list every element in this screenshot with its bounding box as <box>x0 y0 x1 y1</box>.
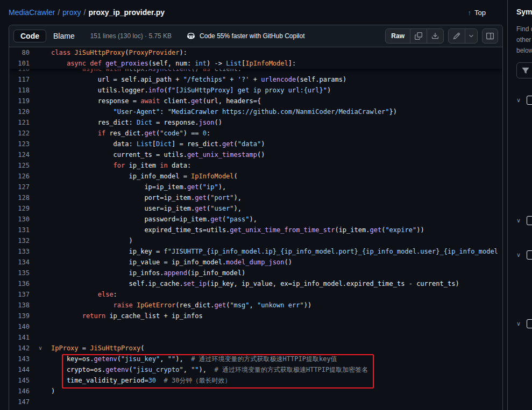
edit-button[interactable] <box>449 29 465 43</box>
line-number[interactable]: 124 <box>9 149 30 160</box>
copy-button[interactable] <box>410 29 427 43</box>
line-number[interactable]: 119 <box>9 96 30 106</box>
line-number[interactable]: 126 <box>9 171 30 182</box>
fold-gutter <box>30 375 51 386</box>
fold-gutter <box>30 311 51 321</box>
breadcrumb-repo-link[interactable]: MediaCrawler <box>9 8 55 17</box>
filter-symbols-input[interactable] <box>516 62 532 78</box>
fold-gutter <box>30 332 51 343</box>
line-number[interactable]: 121 <box>9 117 30 128</box>
line-number[interactable]: 142 <box>9 343 30 354</box>
fold-gutter <box>30 96 51 106</box>
code-line: 129 user=ip_item.get("user"), <box>9 203 502 214</box>
code-line: 147 <box>9 397 502 407</box>
line-number[interactable]: 130 <box>9 214 30 225</box>
line-number[interactable]: 138 <box>9 300 30 311</box>
code-text: utils.logger.info(f"[JiSuHttpProxy] get … <box>51 85 331 96</box>
fold-gutter <box>30 364 51 375</box>
tab-blame[interactable]: Blame <box>46 30 82 42</box>
code-line: 131 expired_time_ts=utils.get_unix_time_… <box>9 225 502 235</box>
code-line: 120 "User-Agent": "MediaCrawler https://… <box>9 106 502 117</box>
code-line: 126 ip_info_model = IpInfoModel( <box>9 171 502 182</box>
line-number[interactable]: 101 <box>9 58 30 69</box>
code-text: key=os.getenv("jisu_key", ""), # 通过环境变量的… <box>51 354 337 364</box>
file-view: Code Blame 151 lines (130 loc) · 5.75 KB… <box>9 25 503 410</box>
code-line: 133 ip_key = f"JISUHTTP_{ip_info_model.i… <box>9 246 502 257</box>
code-line: 139 return ip_cache_list + ip_infos <box>9 311 502 321</box>
code-text: for ip_item in data: <box>51 160 191 171</box>
symbol-tree-row[interactable]: ∨ <box>516 216 532 225</box>
code-line: 143 key=os.getenv("jisu_key", ""), # 通过环… <box>9 354 502 364</box>
chevron-down-icon: ∨ <box>516 97 521 104</box>
symbol-label-fragment <box>527 96 532 105</box>
code-line: 146) <box>9 386 502 397</box>
code-text: class JiSuHttpProxy(ProxyProvider): <box>51 47 187 58</box>
breadcrumb-folder-link[interactable]: proxy <box>62 8 81 17</box>
symbols-toggle-button[interactable] <box>482 28 498 44</box>
line-number[interactable]: 146 <box>9 386 30 397</box>
line-number[interactable]: 128 <box>9 192 30 203</box>
tab-code[interactable]: Code <box>13 30 46 42</box>
raw-button[interactable]: Raw <box>386 29 410 43</box>
line-number[interactable]: 117 <box>9 74 30 85</box>
fold-chevron-icon[interactable]: ∨ <box>30 343 51 354</box>
code-blame-switcher: Code Blame <box>13 30 82 42</box>
back-to-top-button[interactable]: ↑ Top <box>468 9 486 17</box>
line-number[interactable]: 141 <box>9 332 30 343</box>
line-number[interactable]: 131 <box>9 225 30 235</box>
chevron-down-icon: ∨ <box>516 217 521 224</box>
code-text: "User-Agent": "MediaCrawler https://gith… <box>51 106 397 117</box>
line-number[interactable]: 132 <box>9 235 30 246</box>
line-number[interactable]: 140 <box>9 321 30 332</box>
line-number[interactable]: 129 <box>9 203 30 214</box>
line-number[interactable]: 127 <box>9 182 30 192</box>
line-number[interactable]: 134 <box>9 257 30 268</box>
code-line: 144 crypto=os.getenv("jisu_crypto", ""),… <box>9 364 502 375</box>
code-text: ip_value = ip_info_model.model_dump_json… <box>51 257 292 268</box>
line-number[interactable]: 123 <box>9 139 30 149</box>
line-number[interactable]: 143 <box>9 354 30 364</box>
copilot-banner: Code 55% faster with GitHub Copilot <box>187 32 304 40</box>
line-number[interactable]: 120 <box>9 106 30 117</box>
filter-icon <box>522 67 529 74</box>
toolbar-actions: Raw <box>385 28 498 44</box>
file-toolbar: Code Blame 151 lines (130 loc) · 5.75 KB… <box>9 25 502 47</box>
code-line: 141 <box>9 332 502 343</box>
code-text: else: <box>51 289 117 300</box>
line-number[interactable]: 133 <box>9 246 30 257</box>
symbol-tree-row[interactable]: ∨ <box>516 319 532 328</box>
download-button[interactable] <box>427 29 443 43</box>
code-text: expired_time_ts=utils.get_unix_time_from… <box>51 225 424 235</box>
fold-gutter <box>30 278 51 289</box>
fold-gutter <box>30 289 51 300</box>
symbol-tree-row[interactable]: ∨ <box>516 250 532 260</box>
edit-dropdown-button[interactable] <box>465 29 477 43</box>
line-number[interactable]: 144 <box>9 364 30 375</box>
symbol-label-fragment <box>527 319 532 328</box>
line-number[interactable]: 145 <box>9 375 30 386</box>
line-number[interactable]: 139 <box>9 311 30 321</box>
line-number[interactable]: 122 <box>9 128 30 139</box>
line-number[interactable]: 147 <box>9 397 30 407</box>
code-text: time_validity_period=30 # 30分钟（最长时效） <box>51 375 231 386</box>
code-line: 80class JiSuHttpProxy(ProxyProvider): <box>9 47 502 58</box>
line-number[interactable]: 118 <box>9 85 30 96</box>
code-line: 145 time_validity_period=30 # 30分钟（最长时效） <box>9 375 502 386</box>
line-number[interactable]: 80 <box>9 47 30 58</box>
breadcrumb-separator: / <box>58 8 60 17</box>
fold-gutter <box>30 300 51 311</box>
line-number[interactable]: 125 <box>9 160 30 171</box>
code-text: response = await client.get(url, headers… <box>51 96 261 106</box>
line-number[interactable]: 135 <box>9 268 30 278</box>
code-text: IpProxy = JiSuHttpProxy( <box>51 343 144 354</box>
fold-gutter <box>30 117 51 128</box>
code-area: 80class JiSuHttpProxy(ProxyProvider):101… <box>9 47 502 410</box>
code-text: res_dict: Dict = response.json() <box>51 117 222 128</box>
code-line: 138 raise IpGetError(res_dict.get("msg",… <box>9 300 502 311</box>
fold-gutter <box>30 47 51 58</box>
line-number[interactable]: 137 <box>9 289 30 300</box>
fold-gutter <box>30 192 51 203</box>
symbol-tree-row[interactable]: ∨ <box>516 96 532 105</box>
code-text: user=ip_item.get("user"), <box>51 203 242 214</box>
line-number[interactable]: 136 <box>9 278 30 289</box>
